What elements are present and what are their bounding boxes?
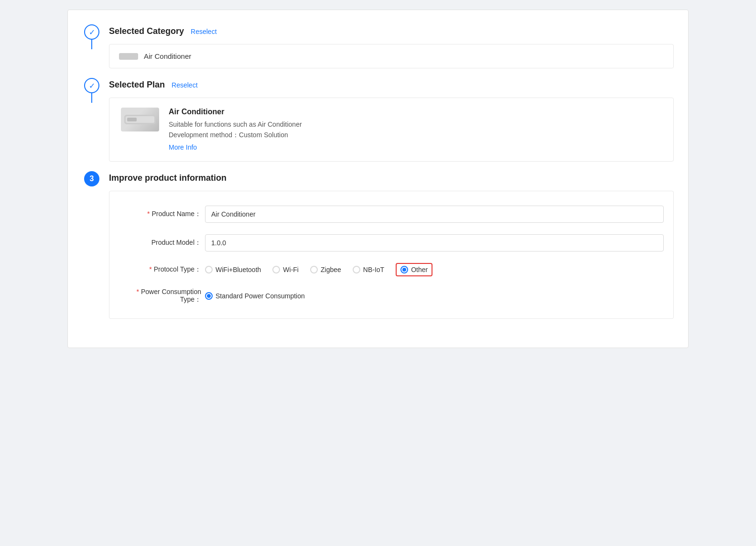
plan-svg-icon xyxy=(123,110,157,129)
step1-reselect-link[interactable]: Reselect xyxy=(191,28,216,35)
product-name-label: *Product Name： xyxy=(119,210,205,218)
product-name-input[interactable] xyxy=(205,206,664,223)
step1-check-circle: ✓ xyxy=(84,24,99,40)
page-container: ✓ Selected Category Reselect Air Conditi… xyxy=(67,10,689,348)
plan-desc-line1: Suitable for functions such as Air Condi… xyxy=(169,119,662,130)
protocol-label-nb-iot: NB-IoT xyxy=(363,266,384,273)
protocol-option-wifi-bt[interactable]: WiFi+Bluetooth xyxy=(205,266,261,273)
protocol-radio-other[interactable] xyxy=(400,266,408,273)
protocol-label-zigbee: Zigbee xyxy=(321,266,341,273)
protocol-radio-wifi-bt[interactable] xyxy=(205,266,213,273)
protocol-radio-zigbee[interactable] xyxy=(310,266,318,273)
product-name-row: *Product Name： xyxy=(119,206,664,223)
protocol-option-other[interactable]: Other xyxy=(396,263,432,276)
step2-line xyxy=(91,93,92,103)
step2-icon-col: ✓ xyxy=(82,78,101,103)
step3-header: Improve product information xyxy=(109,171,674,183)
step1-row: ✓ Selected Category Reselect Air Conditi… xyxy=(82,24,674,78)
required-star-name: * xyxy=(147,210,150,218)
step2-content: Selected Plan Reselect Air Conditioner S… xyxy=(101,78,674,171)
product-model-input[interactable] xyxy=(205,234,664,251)
product-model-label: Product Model： xyxy=(119,239,205,247)
protocol-label-wifi-bt: WiFi+Bluetooth xyxy=(216,266,261,273)
step3-num-circle: 3 xyxy=(84,171,99,186)
protocol-radio-wifi[interactable] xyxy=(272,266,280,273)
step2-row: ✓ Selected Plan Reselect Air Conditioner xyxy=(82,78,674,171)
protocol-radio-nb-iot[interactable] xyxy=(353,266,360,273)
power-type-label: *Power Consumption Type： xyxy=(119,288,205,304)
step1-header: Selected Category Reselect xyxy=(109,24,674,36)
step1-card: Air Conditioner xyxy=(109,44,674,68)
plan-image xyxy=(121,108,159,131)
step3-row: 3 Improve product information *Product N… xyxy=(82,171,674,328)
step3-icon-col: 3 xyxy=(82,171,101,186)
category-icon xyxy=(119,53,138,60)
product-model-row: Product Model： xyxy=(119,234,664,251)
step3-content: Improve product information *Product Nam… xyxy=(101,171,674,328)
required-star-power: * xyxy=(136,288,139,295)
category-row: Air Conditioner xyxy=(119,52,664,60)
protocol-radio-group: WiFi+Bluetooth Wi-Fi Zigbee NB-IoT xyxy=(205,263,432,276)
required-star-protocol: * xyxy=(149,265,151,273)
power-option-standard[interactable]: Standard Power Consumption xyxy=(205,292,305,300)
protocol-option-wifi[interactable]: Wi-Fi xyxy=(272,266,299,273)
plan-name: Air Conditioner xyxy=(169,108,662,116)
step2-title: Selected Plan xyxy=(109,80,165,90)
power-label-standard: Standard Power Consumption xyxy=(216,292,305,300)
step2-reselect-link[interactable]: Reselect xyxy=(172,81,197,89)
step3-form-card: *Product Name： Product Model： *Protocol … xyxy=(109,191,674,319)
protocol-type-label: *Protocol Type： xyxy=(119,265,205,274)
protocol-type-row: *Protocol Type： WiFi+Bluetooth Wi-Fi xyxy=(119,263,664,276)
svg-rect-2 xyxy=(127,118,137,121)
plan-info: Air Conditioner Suitable for functions s… xyxy=(169,108,662,152)
category-name: Air Conditioner xyxy=(144,52,191,60)
plan-desc-line2: Development method：Custom Solution xyxy=(169,130,662,140)
step2-header: Selected Plan Reselect xyxy=(109,78,674,90)
power-radio-group: Standard Power Consumption xyxy=(205,292,305,300)
step1-title: Selected Category xyxy=(109,26,184,36)
power-radio-standard[interactable] xyxy=(205,292,213,300)
protocol-label-wifi: Wi-Fi xyxy=(283,266,299,273)
step1-line xyxy=(91,40,92,49)
protocol-option-zigbee[interactable]: Zigbee xyxy=(310,266,341,273)
step2-plan-card: Air Conditioner Suitable for functions s… xyxy=(109,98,674,162)
step1-content: Selected Category Reselect Air Condition… xyxy=(101,24,674,78)
protocol-label-other: Other xyxy=(411,266,428,273)
more-info-link[interactable]: More Info xyxy=(169,143,197,151)
step2-check-circle: ✓ xyxy=(84,78,99,93)
protocol-option-nb-iot[interactable]: NB-IoT xyxy=(353,266,384,273)
step3-title: Improve product information xyxy=(109,173,227,183)
step1-icon-col: ✓ xyxy=(82,24,101,49)
power-type-row: *Power Consumption Type： Standard Power … xyxy=(119,288,664,304)
